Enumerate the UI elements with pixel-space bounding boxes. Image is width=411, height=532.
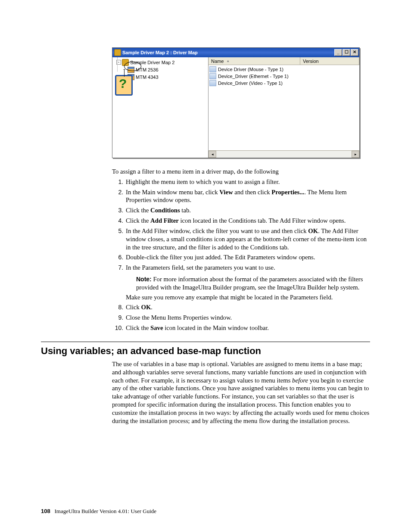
step-item: Highlight the menu item to which you wan…	[125, 178, 370, 186]
note-label: Note:	[136, 276, 152, 283]
horizontal-scrollbar[interactable]: ◂ ▸	[209, 150, 359, 158]
driver-icon	[209, 66, 216, 72]
maximize-button[interactable]: ☐	[342, 49, 350, 56]
note-block: Note: For more information about the for…	[136, 275, 370, 292]
list-header: Name ▲ Version	[209, 57, 359, 65]
callout-circle	[124, 62, 141, 71]
step-item: In the Add Filter window, click the filt…	[125, 227, 370, 251]
step-item: Click the Conditions tab.	[125, 206, 370, 215]
list-item[interactable]: Device Driver (Mouse - Type 1)	[209, 66, 359, 73]
col-version[interactable]: Version	[300, 57, 359, 65]
page: Sample Driver Map 2 : Driver Map _ ☐ ✕ -…	[0, 0, 411, 532]
window-title: Sample Driver Map 2 : Driver Map	[122, 50, 334, 55]
page-footer: 108 ImageUltra Builder Version 4.01: Use…	[41, 508, 156, 515]
step-item: In the Parameters field, set the paramet…	[125, 264, 370, 301]
sort-asc-icon: ▲	[226, 59, 230, 63]
step-item: Double-click the filter you just added. …	[125, 253, 370, 261]
scroll-left-button[interactable]: ◂	[209, 151, 216, 158]
step-item: Click the Save icon located in the Main …	[125, 324, 370, 332]
list-item[interactable]: Device_Driver (Ethernet - Type 1)	[209, 73, 359, 80]
titlebar: Sample Driver Map 2 : Driver Map _ ☐ ✕	[112, 48, 359, 57]
section-body: The use of variables in a base map is op…	[112, 360, 370, 425]
doc-title: ImageUltra Builder Version 4.01: User Gu…	[54, 508, 156, 514]
step-item: Close the Menu Items Properties window.	[125, 314, 370, 322]
after-note: Make sure you remove any example that mi…	[126, 293, 370, 302]
callout-line	[124, 69, 125, 77]
driver-map-window: Sample Driver Map 2 : Driver Map _ ☐ ✕ -…	[112, 47, 360, 158]
close-button[interactable]: ✕	[351, 49, 358, 56]
col-name[interactable]: Name ▲	[209, 57, 300, 65]
note-text: For more information about the format of…	[136, 276, 363, 291]
driver-icon	[209, 80, 216, 86]
section-heading: Using variables; an advanced base-map fu…	[41, 342, 370, 357]
step-item: Click OK.	[125, 303, 370, 311]
driver-icon	[209, 73, 216, 79]
steps-list: Highlight the menu item to which you wan…	[112, 178, 370, 332]
tree-item-label: MTM 4343	[136, 75, 159, 80]
list-item[interactable]: Device_Driver (Video - Type 1)	[209, 80, 359, 87]
list-pane: Name ▲ Version Device Driver (Mouse - Ty…	[209, 57, 359, 158]
scroll-right-button[interactable]: ▸	[352, 151, 359, 158]
intro-text: To assign a filter to a menu item in a d…	[112, 168, 370, 176]
step-item: In the Main window menu bar, click View …	[125, 188, 370, 205]
minimize-button[interactable]: _	[334, 49, 342, 56]
step-item: Click the Add Filter icon located in the…	[125, 217, 370, 225]
tree-pane: - Sample Driver Map 2 MTM 2536 MTM 4343	[112, 57, 209, 158]
page-number: 108	[41, 508, 50, 514]
app-icon	[114, 49, 121, 56]
callout-help-icon	[115, 75, 133, 96]
